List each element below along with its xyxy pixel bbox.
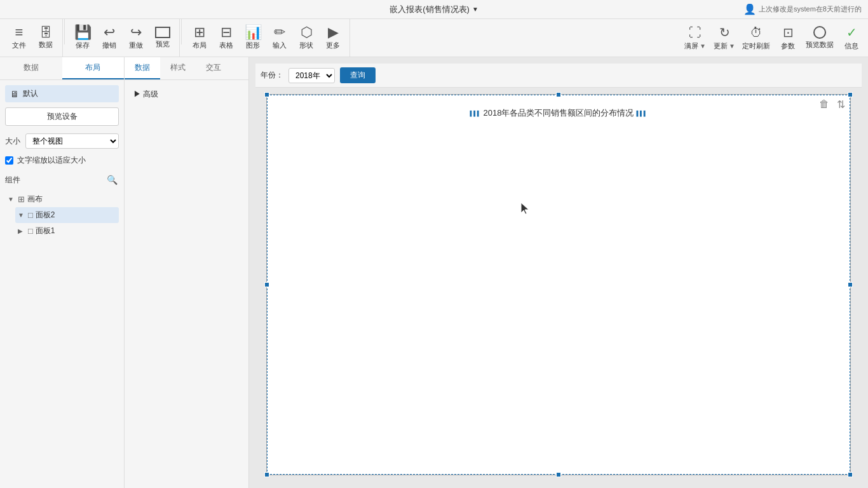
handle-middle-right[interactable]: [848, 282, 853, 287]
input-icon: ✏: [274, 25, 285, 39]
file-button[interactable]: ≡ 文件: [6, 22, 32, 54]
info-button[interactable]: ✓ 信息: [837, 22, 865, 54]
database-icon: 🗄: [39, 26, 52, 39]
shape-button[interactable]: ⬡ 形状: [294, 22, 319, 54]
refresh-icon: ↻: [719, 25, 730, 40]
data-button[interactable]: 🗄 数据: [33, 22, 58, 54]
separator-2: [181, 19, 182, 44]
undo-button[interactable]: ↩ 撤销: [97, 22, 122, 54]
tab-data[interactable]: 数据: [0, 57, 62, 79]
preview-data-icon: [813, 26, 826, 39]
text-scale-row: 文字缩放以适应大小: [5, 155, 119, 166]
canvas-container: 🗑 ⇅ ▌▌▌ 2018年各品类不同销售额区间的分布情况 ▌▌▌: [266, 94, 851, 475]
canvas-icon: ⊞: [18, 194, 25, 204]
tree-children: ▼ □ 面板2 ▶ □ 面板1: [15, 207, 119, 239]
components-section: 组件 🔍: [5, 173, 119, 186]
layout-icon: ⊞: [194, 25, 205, 39]
query-button[interactable]: 查询: [340, 67, 376, 83]
check-icon: ✓: [846, 25, 857, 40]
more-button[interactable]: ▶ 更多: [320, 22, 346, 54]
params-icon: ⊡: [783, 25, 794, 40]
title-bar: 嵌入报表(销售情况表) ▼ 👤 上次修改是system在8天前进行的: [0, 0, 868, 19]
canvas-action-icons: 🗑 ⇅: [817, 97, 848, 111]
canvas-wrapper: 🗑 ⇅ ▌▌▌ 2018年各品类不同销售额区间的分布情况 ▌▌▌: [255, 88, 862, 482]
more-icon: ▶: [328, 25, 339, 39]
size-row: 大小 整个视图 适应宽度 适应高度 100%: [5, 133, 119, 149]
handle-bottom-left[interactable]: [264, 472, 269, 477]
monitor-icon: 🖥: [10, 89, 19, 99]
tab-layout[interactable]: 布局: [62, 57, 125, 79]
preview-data-button[interactable]: 预览数据: [803, 22, 836, 54]
sort-button[interactable]: ⇅: [834, 97, 848, 111]
delete-button[interactable]: 🗑: [817, 97, 831, 111]
save-icon: 💾: [74, 25, 92, 39]
input-button[interactable]: ✏ 输入: [267, 22, 292, 54]
selection-border: [267, 95, 850, 475]
table-icon: ⊟: [220, 25, 232, 39]
tree-item-canvas[interactable]: ▼ ⊞ 画布: [5, 191, 119, 207]
left-panel-content: 🖥 默认 预览设备 大小 整个视图 适应宽度 适应高度 100% 文字缩放以适应…: [0, 80, 124, 488]
tab-interaction[interactable]: 交互: [196, 57, 231, 79]
timer-icon: ⏱: [750, 25, 763, 40]
handle-top-left[interactable]: [264, 92, 269, 97]
title-text: 嵌入报表(销售情况表) ▼: [390, 4, 478, 15]
shape-icon: ⬡: [301, 25, 313, 39]
left-tabs: 数据 布局: [0, 57, 124, 80]
preview-button[interactable]: 预览: [150, 22, 175, 54]
fullscreen-button[interactable]: ⛶ 满屏 ▼: [681, 22, 709, 54]
toolbar-right: ⛶ 满屏 ▼ ↻ 更新 ▼ ⏱ 定时刷新 ⊡ 参数 预览数据 ✓ 信息: [681, 19, 865, 57]
title-bar-right: 👤 上次修改是system在8天前进行的: [743, 3, 862, 15]
redo-icon: ↪: [130, 25, 142, 39]
tree-item-panel1[interactable]: ▶ □ 面板1: [15, 223, 119, 239]
layout-button[interactable]: ⊞ 布局: [187, 22, 212, 54]
toolbar: ≡ 文件 🗄 数据 💾 保存 ↩ 撤销 ↪ 重做 预览 ⊞ 布: [0, 19, 868, 57]
cursor-indicator: [521, 203, 530, 214]
middle-panel: 数据 样式 交互 ▶ 高级: [125, 57, 249, 488]
timer-button[interactable]: ⏱ 定时刷新: [740, 22, 773, 54]
left-panel: 数据 布局 🖥 默认 预览设备 大小 整个视图 适应宽度 适应高度 100% 文…: [0, 57, 125, 488]
handle-middle-left[interactable]: [264, 282, 269, 287]
middle-tabs: 数据 样式 交互: [125, 57, 248, 80]
text-scale-checkbox[interactable]: [5, 156, 13, 165]
size-select[interactable]: 整个视图 适应宽度 适应高度 100%: [25, 133, 119, 149]
default-item[interactable]: 🖥 默认: [5, 85, 119, 102]
middle-panel-content: ▶ 高级: [125, 80, 248, 109]
handle-bottom-right[interactable]: [848, 472, 853, 477]
fullscreen-icon: ⛶: [689, 25, 702, 40]
refresh-arrow: ▼: [729, 43, 735, 50]
canvas-toolbar: 年份： 2018年 查询: [255, 64, 862, 88]
save-button[interactable]: 💾 保存: [70, 22, 95, 54]
redo-button[interactable]: ↪ 重做: [123, 22, 149, 54]
preview-icon: [155, 27, 170, 38]
panel-icon-2: □: [28, 210, 33, 220]
chart-button[interactable]: 📊 图形: [240, 22, 266, 54]
tab-middle-data[interactable]: 数据: [125, 57, 160, 79]
text-scale-label[interactable]: 文字缩放以适应大小: [17, 155, 86, 166]
params-button[interactable]: ⊡ 参数: [774, 22, 802, 54]
tab-style[interactable]: 样式: [160, 57, 196, 79]
title-dropdown-icon[interactable]: ▼: [472, 6, 478, 13]
chart-title-area: ▌▌▌ 2018年各品类不同销售额区间的分布情况 ▌▌▌: [267, 107, 850, 119]
main-area: 数据 布局 🖥 默认 预览设备 大小 整个视图 适应宽度 适应高度 100% 文…: [0, 57, 868, 488]
canvas-area: 年份： 2018年 查询 🗑: [249, 57, 868, 488]
search-button[interactable]: 🔍: [105, 173, 119, 186]
toolbar-group-insert: ⊞ 布局 ⊟ 表格 📊 图形 ✏ 输入 ⬡ 形状 ▶ 更多: [183, 19, 350, 57]
handle-top-center[interactable]: [556, 92, 561, 97]
title-deco-right: ▌▌▌: [636, 111, 647, 116]
chevron-down-icon: ▼: [8, 196, 15, 203]
advanced-section[interactable]: ▶ 高级: [131, 86, 242, 102]
undo-icon: ↩: [104, 25, 115, 39]
table-button[interactable]: ⊟ 表格: [214, 22, 239, 54]
preview-device-button[interactable]: 预览设备: [5, 107, 119, 126]
panel-icon-1: □: [28, 226, 33, 236]
handle-bottom-center[interactable]: [556, 472, 561, 477]
svg-marker-0: [521, 203, 529, 214]
user-icon: 👤: [743, 3, 756, 15]
refresh-button[interactable]: ↻ 更新 ▼: [710, 22, 738, 54]
tree-item-panel2[interactable]: ▼ □ 面板2: [15, 207, 119, 223]
handle-top-right[interactable]: [848, 92, 853, 97]
fullscreen-arrow: ▼: [700, 43, 706, 50]
chevron-down-icon-2: ▼: [18, 212, 25, 219]
year-select[interactable]: 2018年: [288, 68, 335, 83]
toolbar-group-file: ≡ 文件 🗄 数据: [3, 19, 63, 57]
